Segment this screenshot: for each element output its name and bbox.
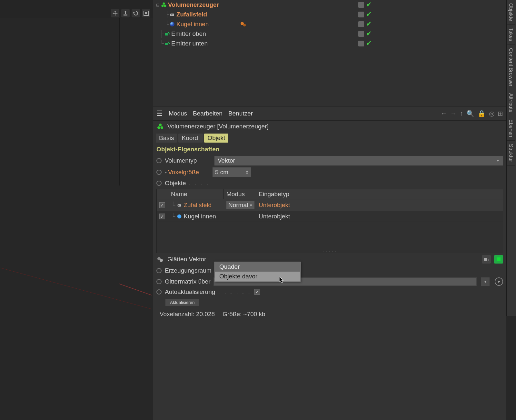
tab-koord[interactable]: Koord. [178, 134, 203, 143]
visibility-toggle[interactable]: ✔ [366, 10, 372, 18]
col-name: Name [168, 189, 224, 199]
random-field-icon [176, 202, 182, 208]
refresh-tool-icon[interactable] [132, 9, 140, 17]
tree-item-kugel-innen[interactable]: Kugel innen [176, 21, 209, 28]
move-tool-icon[interactable] [111, 9, 119, 17]
search-icon[interactable]: 🔍 [466, 110, 474, 117]
anim-circle[interactable] [156, 181, 162, 186]
input-voxelgroesse[interactable]: 5 cm ▲▼ [213, 167, 251, 177]
section-header: Objekt-Eigenschaften [153, 144, 506, 155]
nav-back-icon[interactable]: ← [441, 110, 447, 117]
nav-forward-icon[interactable]: → [450, 110, 457, 117]
volume-builder-icon [160, 1, 167, 8]
export-tool-icon[interactable] [121, 9, 130, 17]
tree-item-volumenerzeuger[interactable]: Volumenerzeuger [167, 1, 219, 8]
layer-toggle[interactable] [358, 2, 364, 8]
anim-circle[interactable] [156, 279, 162, 284]
vtab-content-browser[interactable]: Content Browser [507, 45, 515, 90]
chevron-down-icon: ▼ [496, 158, 500, 163]
svg-rect-7 [170, 14, 174, 16]
svg-point-19 [159, 124, 162, 126]
svg-point-10 [170, 22, 174, 26]
row-eingabetyp: Unterobjekt [256, 201, 503, 210]
menu-modus[interactable]: Modus [169, 110, 187, 117]
menu-bearbeiten[interactable]: Bearbeiten [193, 110, 223, 117]
svg-rect-16 [165, 43, 168, 45]
viewport-panel [0, 0, 153, 316]
material-tag-icon[interactable] [240, 21, 247, 27]
target-icon[interactable]: ◎ [489, 110, 494, 117]
svg-point-8 [171, 15, 172, 15]
frame-tool-icon[interactable] [142, 9, 150, 17]
pick-target-icon[interactable]: ➤ [495, 277, 503, 286]
row-modus-select[interactable]: Normal ▼ [226, 201, 254, 209]
expander-icon[interactable]: ⊟ [155, 3, 160, 7]
nav-up-icon[interactable]: ↑ [460, 110, 463, 117]
label-erzeugungsraum: Erzeugungsraum [165, 267, 211, 274]
menu-benutzer[interactable]: Benutzer [228, 110, 253, 117]
object-manager: ⊟ Volumenerzeuger ✔ ├ Zufallsfeld ✔ └ Ku… [153, 0, 506, 106]
tree-item-emitter-unten[interactable]: Emitter unten [171, 40, 208, 47]
dropdown-volumentyp[interactable]: Vektor▼ [214, 156, 503, 165]
vtab-struktur[interactable]: Struktur [507, 141, 515, 165]
spinner-down-icon[interactable]: ▼ [245, 172, 249, 175]
attribute-manager: ☰ Modus Bearbeiten Benutzer ← → ↑ 🔍 🔒 ◎ … [153, 106, 506, 420]
button-aktualisieren[interactable]: Aktualisieren [165, 299, 199, 306]
svg-point-12 [243, 24, 246, 26]
filter-active-button[interactable] [494, 255, 503, 264]
hamburger-icon[interactable]: ☰ [156, 109, 163, 118]
svg-rect-22 [178, 204, 181, 206]
svg-rect-30 [497, 257, 501, 261]
anim-circle[interactable] [156, 268, 162, 273]
emitter-icon [164, 40, 171, 47]
objects-table: Name Modus Eingabetyp └Zufallsfeld Norma… [156, 189, 503, 253]
tree-item-emitter-oben[interactable]: Emitter oben [171, 30, 206, 37]
link-dropdown-icon[interactable]: ▼ [481, 277, 490, 286]
lock-icon[interactable]: 🔒 [478, 110, 486, 117]
label-volumentyp: Volumentyp [165, 157, 211, 164]
row-checkbox[interactable] [159, 202, 165, 208]
layer-toggle[interactable] [358, 12, 364, 17]
svg-point-5 [162, 5, 164, 7]
vtab-attribute[interactable]: Attribute [507, 90, 515, 116]
volume-builder-icon [156, 123, 164, 130]
svg-point-20 [157, 126, 160, 129]
add-filter-button[interactable]: + [482, 255, 491, 264]
layer-toggle[interactable] [358, 21, 364, 27]
svg-point-24 [180, 205, 180, 206]
drag-handle[interactable]: • • • • • [157, 251, 503, 253]
vertical-tabs: Objekte Takes Content Browser Attribute … [506, 0, 516, 316]
svg-point-18 [169, 43, 170, 44]
dropdown-option-objekte-davor[interactable]: Objekte davor [215, 272, 300, 281]
svg-rect-13 [165, 33, 168, 35]
anim-circle[interactable] [156, 158, 162, 163]
vtab-ebenen[interactable]: Ebenen [507, 116, 515, 141]
visibility-toggle[interactable]: ✔ [366, 1, 372, 8]
tree-item-zufallsfeld[interactable]: Zufallsfeld [176, 11, 207, 18]
row-checkbox[interactable] [159, 214, 165, 219]
layer-toggle[interactable] [358, 41, 364, 46]
layer-toggle[interactable] [358, 31, 364, 37]
vtab-objekte[interactable]: Objekte [507, 0, 515, 25]
dropdown-popup: Quader Objekte davor [214, 262, 301, 282]
emitter-icon [164, 30, 171, 37]
anim-circle[interactable] [156, 170, 162, 175]
tab-objekt[interactable]: Objekt [204, 134, 228, 143]
visibility-toggle[interactable]: ✔ [366, 20, 372, 28]
svg-point-14 [168, 32, 169, 33]
anim-circle[interactable] [156, 289, 162, 295]
table-row[interactable]: └Zufallsfeld Normal ▼ Unterobjekt [157, 199, 503, 211]
svg-point-27 [160, 259, 163, 262]
svg-rect-1 [145, 12, 147, 14]
visibility-toggle[interactable]: ✔ [366, 30, 372, 37]
dropdown-option-quader[interactable]: Quader [215, 262, 300, 272]
tab-basis[interactable]: Basis [156, 134, 177, 143]
table-row[interactable]: └Kugel innen Unterobjekt [157, 211, 503, 222]
random-field-icon [169, 11, 176, 18]
vtab-takes[interactable]: Takes [507, 25, 515, 45]
visibility-toggle[interactable]: ✔ [366, 39, 372, 47]
label-objekte: Objekte . . . . [165, 180, 211, 187]
new-icon[interactable]: ⊞ [498, 110, 503, 117]
svg-point-25 [177, 215, 182, 219]
checkbox-autoaktualisierung[interactable] [254, 289, 260, 295]
